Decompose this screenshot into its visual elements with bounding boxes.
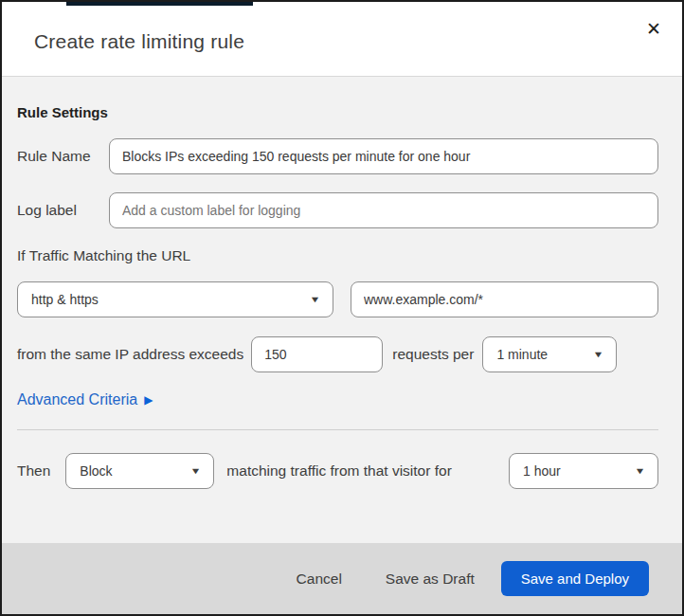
period-select[interactable]: 1 minute ▼ [482, 336, 617, 372]
url-match-row: http & https ▼ [17, 281, 658, 317]
close-button[interactable]: ✕ [640, 15, 667, 42]
threshold-prefix-text: from the same IP address exceeds [17, 346, 243, 363]
advanced-criteria-label: Advanced Criteria [17, 391, 137, 408]
action-row: Then Block ▼ matching traffic from that … [17, 453, 658, 489]
threshold-row: from the same IP address exceeds request… [17, 336, 658, 372]
log-label-label: Log label [17, 202, 109, 219]
chevron-down-icon: ▼ [593, 350, 604, 359]
cancel-button[interactable]: Cancel [297, 571, 342, 588]
chevron-down-icon: ▼ [635, 466, 646, 476]
requests-per-text: requests per [392, 346, 474, 363]
save-and-deploy-button[interactable]: Save and Deploy [501, 561, 649, 596]
then-label: Then [17, 462, 50, 480]
dialog-header: Create rate limiting rule ✕ [2, 2, 682, 77]
page-title: Create rate limiting rule [34, 30, 244, 53]
dialog-body: Rule Settings Rule Name Log label If Tra… [2, 104, 682, 489]
period-select-value: 1 minute [496, 347, 548, 362]
dialog-footer: Cancel Save as Draft Save and Deploy [2, 543, 682, 614]
create-rate-limiting-rule-dialog: Create rate limiting rule ✕ Rule Setting… [0, 0, 684, 616]
rule-name-input[interactable] [109, 138, 658, 174]
log-label-input[interactable] [109, 192, 658, 228]
close-icon: ✕ [646, 18, 661, 39]
action-select-value: Block [80, 463, 112, 479]
traffic-match-heading: If Traffic Matching the URL [17, 247, 658, 264]
advanced-criteria-link[interactable]: Advanced Criteria ▶ [17, 391, 153, 408]
rule-name-row: Rule Name [17, 138, 658, 174]
request-count-input[interactable] [251, 336, 383, 372]
action-select[interactable]: Block ▼ [65, 453, 214, 489]
chevron-down-icon: ▼ [190, 466, 202, 476]
expand-right-icon: ▶ [144, 394, 153, 406]
log-label-row: Log label [17, 192, 658, 228]
section-divider [17, 429, 658, 430]
background-page-edge [66, 2, 253, 6]
duration-select[interactable]: 1 hour ▼ [509, 453, 658, 489]
action-middle-text: matching traffic from that visitor for [226, 462, 451, 480]
rule-settings-heading: Rule Settings [17, 104, 658, 120]
chevron-down-icon: ▼ [310, 295, 321, 304]
duration-select-value: 1 hour [523, 463, 561, 479]
save-as-draft-button[interactable]: Save as Draft [386, 571, 475, 588]
scheme-select[interactable]: http & https ▼ [17, 281, 333, 317]
rule-name-label: Rule Name [17, 148, 109, 165]
scheme-select-value: http & https [31, 292, 99, 307]
url-pattern-input[interactable] [351, 281, 658, 317]
